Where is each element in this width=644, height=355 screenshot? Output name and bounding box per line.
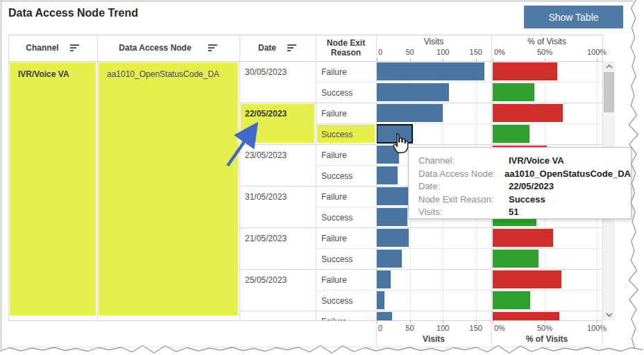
data-access-node-cell-value: aa1010_OpenStatusCode_DA <box>107 69 219 79</box>
column-border <box>8 35 9 320</box>
axis-tick-label: 50 <box>405 324 414 332</box>
reason-cell[interactable]: Failure <box>321 109 347 119</box>
sort-icon[interactable] <box>287 44 297 52</box>
tooltip-label: Data Access Node: <box>418 168 505 181</box>
date-cell[interactable]: 25/05/2023 <box>245 275 287 285</box>
date-cell[interactable]: 23/05/2023 <box>245 150 287 160</box>
axis-tick-mark <box>476 320 477 323</box>
reason-cell[interactable]: Success <box>321 254 353 264</box>
table-border <box>8 347 602 347</box>
reason-cell[interactable]: Failure <box>321 150 347 160</box>
channel-cell[interactable] <box>10 62 96 315</box>
column-header-data-access-node[interactable]: Data Access Node <box>97 35 239 61</box>
tooltip-label: Node Exit Reason: <box>418 193 509 207</box>
axis-tick-label: 0% <box>494 48 505 56</box>
date-group-separator <box>239 311 602 311</box>
visits-bar[interactable] <box>377 187 408 205</box>
chevron-down-icon <box>606 313 613 317</box>
column-header-label: Data Access Node <box>119 43 191 53</box>
visits-axis-title-top: Visits <box>376 37 491 46</box>
axis-tick-label: 50% <box>537 48 552 56</box>
reason-cell[interactable]: Failure <box>321 192 347 202</box>
reason-cell[interactable]: Failure <box>321 275 347 285</box>
axis-tick-label: 0 <box>378 48 382 56</box>
date-cell[interactable]: 21/05/2023 <box>245 234 287 243</box>
sort-icon[interactable] <box>70 44 80 52</box>
pct-axis-title-bottom: % of Visits <box>491 334 602 344</box>
scroll-down-button[interactable] <box>603 309 615 320</box>
axis-tick-mark <box>545 320 545 323</box>
column-header-date[interactable]: Date <box>239 35 316 61</box>
date-cell[interactable]: 31/05/2023 <box>245 192 287 202</box>
reason-cell[interactable]: Success <box>321 88 353 98</box>
axis-tick-label: 0 <box>378 324 382 332</box>
date-cell[interactable]: 22/05/2023 <box>245 109 287 119</box>
axis-tick-label: 100 <box>437 48 449 56</box>
axis-tick-label: 100 <box>437 324 449 332</box>
reason-cell[interactable]: Success <box>321 130 353 139</box>
column-header-label: Node Exit Reason <box>322 38 371 58</box>
visits-bar[interactable] <box>377 208 407 226</box>
sort-icon[interactable] <box>208 44 218 52</box>
row-separator <box>316 290 602 291</box>
visits-bar[interactable] <box>377 229 409 247</box>
column-header-node-exit-reason: Node Exit Reason <box>316 35 376 61</box>
page-title: Data Access Node Trend <box>8 7 138 19</box>
axis-tick-label: 50% <box>537 324 552 332</box>
pct-visits-bar[interactable] <box>493 250 539 268</box>
visits-bar[interactable] <box>377 312 392 320</box>
scroll-up-button[interactable] <box>603 61 615 72</box>
tooltip-value: 22/05/2023 <box>509 180 554 193</box>
pct-visits-bar[interactable] <box>493 312 559 320</box>
reason-cell[interactable]: Failure <box>321 67 347 77</box>
date-group-separator <box>239 103 602 103</box>
reason-cell[interactable]: Success <box>321 171 353 181</box>
visits-bar[interactable] <box>377 62 484 80</box>
date-group-separator <box>239 269 602 270</box>
scrollbar-thumb[interactable] <box>604 72 614 112</box>
tooltip-label: Channel: <box>418 155 509 168</box>
pct-visits-bar[interactable] <box>493 270 561 288</box>
visits-bar[interactable] <box>377 83 449 101</box>
visits-bar[interactable] <box>377 250 402 268</box>
visits-bar[interactable] <box>377 146 399 164</box>
page: Data Access Node Trend Show Table Channe… <box>0 0 644 355</box>
axis-tick-mark <box>493 320 493 323</box>
pct-visits-bar[interactable] <box>493 104 563 122</box>
pct-visits-bar[interactable] <box>493 83 534 101</box>
column-border <box>97 35 98 320</box>
pct-visits-bar[interactable] <box>493 125 529 143</box>
axis-tick-mark <box>597 320 598 323</box>
page-border-left <box>1 1 1 349</box>
tooltip-label: Date: <box>418 180 509 193</box>
reason-cell[interactable]: Success <box>321 296 353 306</box>
date-cell[interactable]: 30/05/2023 <box>245 67 287 77</box>
pct-visits-bar[interactable] <box>493 229 553 247</box>
column-header-channel[interactable]: Channel <box>8 35 97 61</box>
tooltip-label: Visits: <box>418 206 509 219</box>
column-header-label: Date <box>258 43 276 53</box>
tooltip-value: IVR/Voice VA <box>509 155 564 168</box>
column-border <box>239 35 240 320</box>
tooltip-value: 51 <box>509 206 518 219</box>
reason-cell[interactable]: Failure <box>321 234 347 243</box>
visits-bar[interactable] <box>377 104 443 122</box>
show-table-button[interactable]: Show Table <box>524 6 623 28</box>
date-group-separator <box>239 227 602 228</box>
axis-tick-label: 0% <box>494 324 505 332</box>
visits-bar[interactable] <box>377 270 391 288</box>
visits-bar[interactable] <box>377 291 384 309</box>
axis-tick-mark <box>377 320 378 323</box>
chevron-up-icon <box>606 64 613 69</box>
data-access-node-cell[interactable] <box>99 62 238 315</box>
reason-cell[interactable]: Failure <box>321 317 347 320</box>
pct-visits-bar[interactable] <box>493 291 530 309</box>
axis-border <box>602 320 603 347</box>
reason-cell[interactable]: Success <box>321 213 353 223</box>
visits-bar[interactable] <box>377 166 398 184</box>
column-border <box>376 35 377 320</box>
visits-bar[interactable] <box>376 124 413 144</box>
row-separator <box>316 248 602 249</box>
pct-visits-bar[interactable] <box>493 62 557 80</box>
axis-tick-label: 100% <box>587 324 607 332</box>
